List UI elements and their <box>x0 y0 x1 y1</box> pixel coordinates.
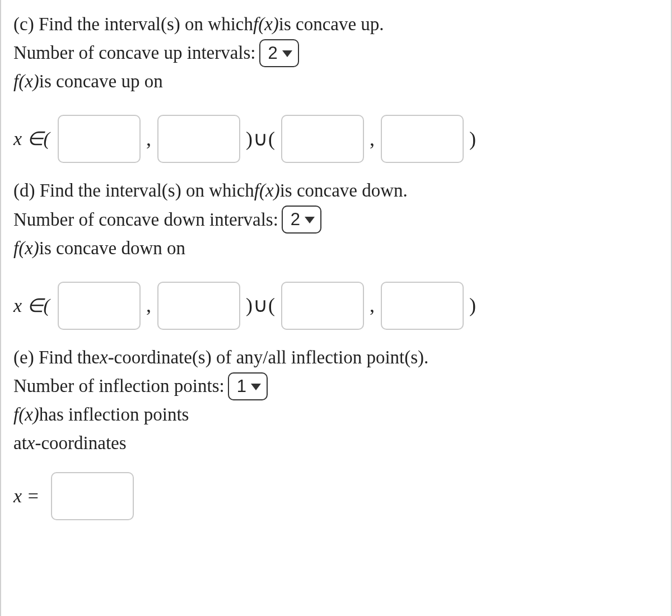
x-var: x <box>27 429 35 458</box>
c-interval2-upper-input[interactable] <box>381 115 464 163</box>
concave-down-count-label: Number of concave down intervals: <box>13 206 278 234</box>
part-e-prompt: (e) Find the x-coordinate(s) of any/all … <box>13 343 662 372</box>
x-var: x <box>100 343 108 372</box>
part-e-result1-text: has inflection points <box>39 400 189 429</box>
d-interval2-lower-input[interactable] <box>281 282 364 330</box>
comma-sep: , <box>141 124 157 155</box>
concave-up-count-value: 2 <box>268 40 278 67</box>
part-e-result2-post: -coordinates <box>35 429 126 458</box>
inflection-x-input[interactable] <box>51 472 134 520</box>
x-element-of: x ∈( <box>13 295 50 316</box>
d-interval1-lower-input[interactable] <box>58 282 141 330</box>
part-e-input-row: x = <box>13 472 662 520</box>
union-sep: )∪( <box>240 290 281 321</box>
fx-symbol: f(x) <box>13 67 39 96</box>
part-d-prompt: (d) Find the interval(s) on which f(x) i… <box>13 176 662 205</box>
fx-symbol: f(x) <box>13 400 39 429</box>
close-paren: ) <box>464 290 482 321</box>
fx-symbol: f(x) <box>254 176 280 205</box>
part-d-result-text: is concave down on <box>39 234 185 263</box>
chevron-down-icon <box>305 217 315 223</box>
inflection-count-dropdown[interactable]: 1 <box>228 372 268 400</box>
x-equals: x = <box>13 486 40 506</box>
worksheet-page: (c) Find the interval(s) on which f(x) i… <box>0 0 672 616</box>
concave-down-count-value: 2 <box>291 206 300 233</box>
fx-symbol: f(x) <box>253 10 279 39</box>
inflection-count-label: Number of inflection points: <box>13 372 225 400</box>
part-e-result-line1: f(x) has inflection points <box>13 400 662 429</box>
part-c-prompt-pre: (c) Find the interval(s) on which <box>13 10 253 39</box>
part-c-interval-row: x ∈( , )∪( , ) <box>13 115 662 163</box>
concave-up-count-label: Number of concave up intervals: <box>13 39 256 67</box>
part-d-prompt-post: is concave down. <box>280 176 408 205</box>
d-interval1-upper-input[interactable] <box>157 282 240 330</box>
union-sep: )∪( <box>240 124 281 155</box>
part-d-prompt-pre: (d) Find the interval(s) on which <box>13 176 254 205</box>
close-paren: ) <box>464 124 482 155</box>
part-e-count-line: Number of inflection points: 1 <box>13 372 662 400</box>
part-c-prompt-post: is concave up. <box>279 10 384 39</box>
concave-down-count-dropdown[interactable]: 2 <box>282 206 321 234</box>
comma-sep: , <box>364 124 381 155</box>
part-c-result-text: is concave up on <box>39 67 163 96</box>
inflection-count-value: 1 <box>237 373 246 400</box>
part-c-prompt: (c) Find the interval(s) on which f(x) i… <box>13 10 662 39</box>
part-d-result-line: f(x) is concave down on <box>13 234 662 263</box>
x-element-of: x ∈( <box>13 128 50 149</box>
c-interval1-upper-input[interactable] <box>157 115 240 163</box>
chevron-down-icon <box>282 50 292 57</box>
comma-sep: , <box>364 290 381 321</box>
chevron-down-icon <box>251 384 261 390</box>
part-c-result-line: f(x) is concave up on <box>13 67 662 96</box>
comma-sep: , <box>141 290 157 321</box>
fx-symbol: f(x) <box>13 234 39 263</box>
c-interval1-lower-input[interactable] <box>58 115 141 163</box>
concave-up-count-dropdown[interactable]: 2 <box>259 39 299 67</box>
part-c-count-line: Number of concave up intervals: 2 <box>13 39 662 67</box>
part-e-result2-pre: at <box>13 429 27 458</box>
part-e-prompt-mid: -coordinate(s) of any/all inflection poi… <box>108 343 429 372</box>
d-interval2-upper-input[interactable] <box>381 282 464 330</box>
part-d-interval-row: x ∈( , )∪( , ) <box>13 282 662 330</box>
part-e-result-line2: at x-coordinates <box>13 429 662 458</box>
part-e-prompt-pre: (e) Find the <box>13 343 100 372</box>
c-interval2-lower-input[interactable] <box>281 115 364 163</box>
part-d-count-line: Number of concave down intervals: 2 <box>13 206 662 234</box>
